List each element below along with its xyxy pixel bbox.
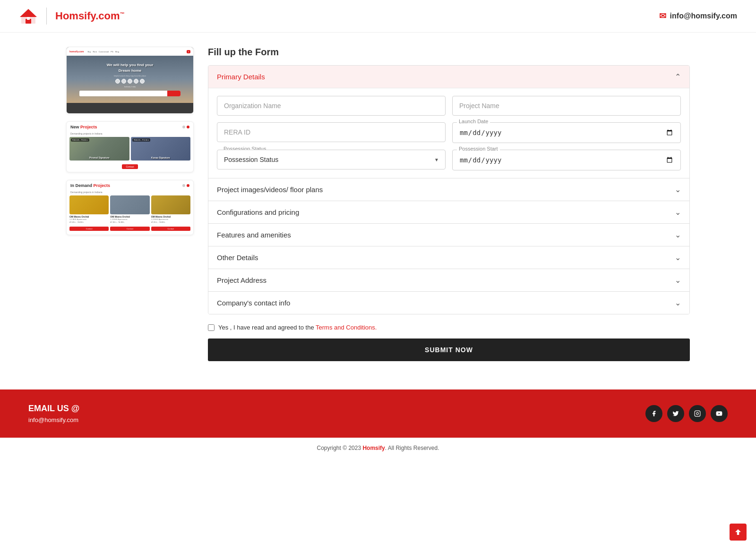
primary-details-title: Primary Details <box>217 73 265 81</box>
form-panel: Fill up the Form Primary Details ⌃ <box>208 47 690 361</box>
primary-details-section: Primary Details ⌃ <box>208 66 689 178</box>
demand3-contact-btn[interactable]: Contact <box>151 227 190 231</box>
project-name-field <box>452 96 681 116</box>
demand1-sub: 1,3 BHK Apartments <box>69 218 109 220</box>
possession-start-input[interactable] <box>452 150 681 170</box>
demand-project1: OM Meera Orchid 1,3 BHK Apartments 47.25… <box>69 195 109 232</box>
demand-project2: OM Meera Orchid 1,3 BHK Apartments 47.25… <box>110 195 149 232</box>
building2-image: ₹26.57L - ₹3.31 L Kanaa Signature <box>131 137 191 161</box>
config-title: Configurations and pricing <box>217 208 299 216</box>
possession-status-select[interactable]: Possession Status Ready to Move Under Co… <box>217 150 446 169</box>
demand2-price: 47.25 L - 74.09 L <box>110 221 149 223</box>
terms-text: Yes , I have read and agreed to the Term… <box>218 324 377 331</box>
address-header[interactable]: Project Address ⌄ <box>208 269 689 291</box>
new-projects-header: New Projects <box>67 122 193 132</box>
other-chevron-icon: ⌄ <box>675 253 681 262</box>
address-section: Project Address ⌄ <box>208 269 689 292</box>
in-demand-header: In Demand Projects <box>67 180 193 191</box>
footer-brand: Homsify <box>362 445 385 451</box>
address-chevron-icon: ⌄ <box>675 276 681 285</box>
new-projects-sub: Demanding projects in Indiana <box>67 132 193 137</box>
demand1-price: 47.25 L - 74.09 L <box>69 221 109 223</box>
card-dots <box>182 126 189 128</box>
config-header[interactable]: Configurations and pricing ⌄ <box>208 201 689 223</box>
demand-project3: OM Meera Orchid 1,3 BHK Apartments 47.25… <box>151 195 190 232</box>
org-name-input[interactable] <box>217 96 446 116</box>
new-projects-title: New Projects <box>70 125 97 129</box>
terms-link[interactable]: Terms and Conditions. <box>316 324 377 331</box>
demand3-price: 47.25 L - 74.09 L <box>151 221 190 223</box>
youtube-icon[interactable] <box>711 405 728 422</box>
submit-button[interactable]: SUBMIT NOW <box>208 338 690 361</box>
launch-date-label: Launch Date <box>457 118 490 124</box>
footer-email-area: EMAIL US @ info@homsify.com <box>28 404 79 423</box>
demand2-sub: 1,3 BHK Apartments <box>110 218 149 220</box>
rera-id-field <box>217 122 446 143</box>
contact-button-new[interactable]: Contact <box>122 164 137 169</box>
main-content: homsify.com BuyRentCommercialPGBlog 5 We… <box>47 33 709 375</box>
project-name-input[interactable] <box>452 96 681 116</box>
building2-label: Kanaa Signature <box>131 156 191 159</box>
hero-preview-card: homsify.com BuyRentCommercialPGBlog 5 We… <box>66 47 194 114</box>
contact-title: Company's contact info <box>217 299 290 307</box>
possession-status-wrapper: Possession Status Ready to Move Under Co… <box>217 150 446 169</box>
new-projects-card: New Projects Demanding projects in India… <box>66 121 194 172</box>
footer-email-heading: EMAIL US @ <box>28 404 79 414</box>
preview-logo: homsify.com <box>69 50 84 53</box>
logo-divider <box>46 8 47 25</box>
form-row-3: Possession Status Possession Status Read… <box>217 150 681 170</box>
header: Homsify.com™ ✉ info@homsify.com <box>0 0 756 33</box>
email-address: info@homsify.com <box>670 12 737 20</box>
images-header[interactable]: Project images/videos/ floor plans ⌄ <box>208 178 689 201</box>
preview-nav-links: BuyRentCommercialPGBlog <box>87 51 119 53</box>
building2-price: ₹26.57L - ₹3.31 L <box>132 138 151 142</box>
building1-image: ₹26.57L - ₹3.31 L Piramal Signature <box>69 137 129 161</box>
possession-start-field: Possession Start <box>452 150 681 170</box>
building1-label: Piramal Signature <box>69 156 129 159</box>
hero-preview: homsify.com BuyRentCommercialPGBlog 5 We… <box>67 47 193 113</box>
building1-price: ₹26.57L - ₹3.31 L <box>71 138 89 142</box>
in-demand-title: In Demand Projects <box>70 183 110 188</box>
org-name-field <box>217 96 446 116</box>
demand3-sub: 1,3 BHK Apartments <box>151 218 190 220</box>
logo-area: Homsify.com™ <box>19 7 125 25</box>
config-section: Configurations and pricing ⌄ <box>208 201 689 224</box>
possession-status-field: Possession Status Possession Status Read… <box>217 150 446 170</box>
launch-date-input[interactable] <box>452 122 681 143</box>
in-demand-card: In Demand Projects Demanding projects in… <box>66 180 194 235</box>
demand1-contact-btn[interactable]: Contact <box>69 227 109 231</box>
footer-social <box>645 405 728 422</box>
features-section: Features and amenities ⌄ <box>208 224 689 246</box>
in-demand-sub: Demanding projects in Indiana <box>67 191 193 195</box>
footer-copyright: Copyright © 2023 Homsify. All Rights Res… <box>0 438 756 458</box>
instagram-icon[interactable] <box>689 405 706 422</box>
features-chevron-icon: ⌄ <box>675 230 681 239</box>
hero-search-bar <box>79 91 180 96</box>
demand-img3 <box>151 195 190 214</box>
images-section: Project images/videos/ floor plans ⌄ <box>208 178 689 201</box>
facebook-icon[interactable] <box>645 405 662 422</box>
email-icon: ✉ <box>659 11 666 21</box>
other-header[interactable]: Other Details ⌄ <box>208 246 689 269</box>
in-demand-dots <box>182 184 189 187</box>
features-header[interactable]: Features and amenities ⌄ <box>208 224 689 246</box>
contact-header[interactable]: Company's contact info ⌄ <box>208 292 689 314</box>
primary-chevron-icon: ⌃ <box>675 72 681 81</box>
launch-date-field: Launch Date <box>452 122 681 143</box>
footer-main: EMAIL US @ info@homsify.com <box>0 389 756 438</box>
contact-section: Company's contact info ⌄ <box>208 292 689 314</box>
twitter-icon[interactable] <box>667 405 684 422</box>
images-chevron-icon: ⌄ <box>675 185 681 194</box>
demand-img2 <box>110 195 149 214</box>
rera-id-input[interactable] <box>217 122 446 142</box>
primary-details-header[interactable]: Primary Details ⌃ <box>208 66 689 88</box>
new-projects-footer: Contact <box>67 163 193 172</box>
other-title: Other Details <box>217 254 258 262</box>
in-demand-images: OM Meera Orchid 1,3 BHK Apartments 47.25… <box>67 195 193 235</box>
terms-checkbox[interactable] <box>208 324 215 331</box>
logo-text: Homsify.com™ <box>55 10 125 22</box>
possession-start-label: Possession Start <box>457 146 500 152</box>
demand2-contact-btn[interactable]: Contact <box>110 227 149 231</box>
new-projects-images: ₹26.57L - ₹3.31 L Piramal Signature ₹26.… <box>67 137 193 163</box>
header-email: ✉ info@homsify.com <box>659 11 737 21</box>
